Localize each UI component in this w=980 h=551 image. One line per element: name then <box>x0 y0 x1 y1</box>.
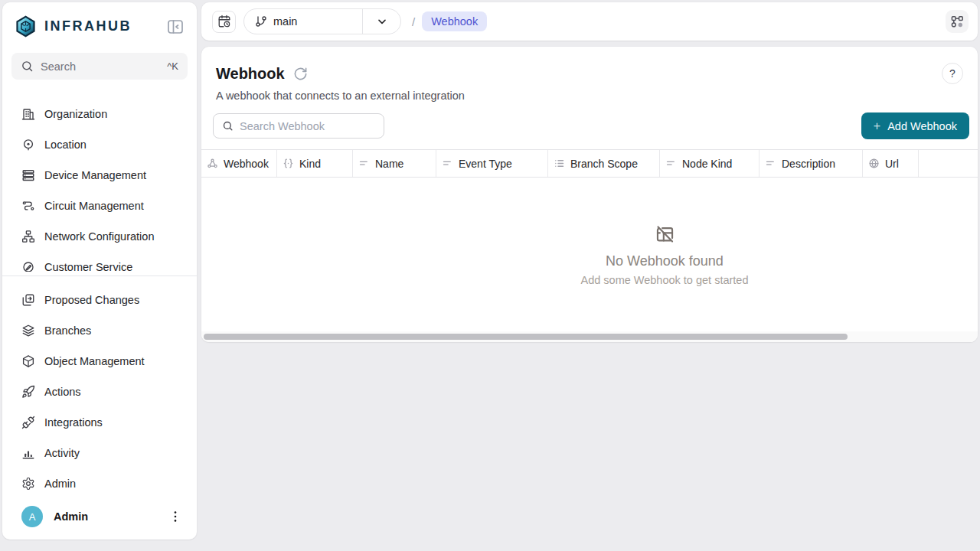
column-header-node-kind[interactable]: Node Kind <box>660 150 760 177</box>
page-header: Webhook ? A webhook that connects to an … <box>201 47 978 102</box>
sidebar-item-label: Device Management <box>44 169 146 181</box>
time-travel-button[interactable] <box>212 11 236 33</box>
text-icon <box>442 158 453 169</box>
sidebar: INFRAHUB ^K OrganizationLocationDevice M… <box>2 2 197 540</box>
column-header-label: Event Type <box>459 158 512 170</box>
global-search[interactable]: ^K <box>11 53 188 80</box>
column-header-kind[interactable]: Kind <box>277 150 353 177</box>
diff-icon <box>21 293 35 307</box>
empty-state: No Webhook found Add some Webhook to get… <box>201 223 978 285</box>
braces-icon <box>283 158 294 169</box>
column-header-event-type[interactable]: Event Type <box>436 150 548 177</box>
sidebar-item-activity[interactable]: Activity <box>2 438 197 468</box>
infrahub-logo-icon <box>14 15 38 38</box>
scrollbar-thumb[interactable] <box>204 334 848 340</box>
sidebar-item-label: Integrations <box>44 416 103 429</box>
sidebar-nav-secondary: Proposed ChangesBranchesObject Managemen… <box>2 276 197 497</box>
layers-icon <box>21 324 35 337</box>
search-shortcut: ^K <box>167 60 178 72</box>
server-icon <box>21 168 35 182</box>
user-menu[interactable]: A Admin <box>2 497 197 540</box>
globe-icon <box>868 158 880 169</box>
rocket-icon <box>21 385 35 399</box>
sidebar-item-integrations[interactable]: Integrations <box>2 407 197 438</box>
sidebar-item-label: Customer Service <box>44 261 132 272</box>
column-header-label: Kind <box>299 158 321 170</box>
table-viewport: WebhookKindNameEvent TypeBranch ScopeNod… <box>201 149 978 331</box>
search-input[interactable] <box>41 60 160 73</box>
table-header-row: WebhookKindNameEvent TypeBranch ScopeNod… <box>201 149 978 178</box>
help-button[interactable]: ? <box>942 63 963 84</box>
text-icon <box>665 158 677 169</box>
sidebar-item-location[interactable]: Location <box>2 129 197 160</box>
breadcrumb-separator: / <box>412 15 415 28</box>
chart-icon <box>21 446 35 460</box>
empty-state-title: No Webhook found <box>606 253 724 269</box>
content-panel: Webhook ? A webhook that connects to an … <box>201 47 978 342</box>
sidebar-item-label: Network Configuration <box>44 230 154 243</box>
sidebar-item-admin[interactable]: Admin <box>2 468 197 497</box>
sidebar-item-label: Activity <box>44 447 80 459</box>
location-icon <box>21 138 35 152</box>
app-title: INFRAHUB <box>44 18 166 34</box>
column-header-label: Branch Scope <box>570 158 638 170</box>
horizontal-scrollbar <box>201 331 978 342</box>
sidebar-item-network-configuration[interactable]: Network Configuration <box>2 221 197 252</box>
webhook-search[interactable] <box>213 113 384 139</box>
branch-dropdown-toggle[interactable] <box>363 15 400 28</box>
sidebar-item-circuit-management[interactable]: Circuit Management <box>2 191 197 221</box>
schema-visualizer-button[interactable] <box>946 10 969 33</box>
page-title: Webhook <box>216 65 285 83</box>
webhook-search-input[interactable] <box>240 120 375 132</box>
sidebar-item-actions[interactable]: Actions <box>2 377 197 407</box>
column-header-label: Webhook <box>224 158 269 170</box>
column-header-filler <box>919 150 978 177</box>
column-header-label: Description <box>782 158 835 170</box>
column-header-url[interactable]: Url <box>863 150 919 177</box>
column-header-label: Url <box>885 158 899 170</box>
branch-current[interactable]: main <box>244 15 362 28</box>
sidebar-item-device-management[interactable]: Device Management <box>2 160 197 191</box>
empty-state-subtitle: Add some Webhook to get started <box>581 273 749 285</box>
route-icon <box>21 199 35 213</box>
sidebar-item-label: Proposed Changes <box>44 294 139 306</box>
page-subtitle: A webhook that connects to an external i… <box>216 90 963 102</box>
search-icon <box>21 60 34 73</box>
sidebar-item-label: Circuit Management <box>44 200 144 212</box>
network-icon <box>21 230 35 243</box>
column-header-webhook[interactable]: Webhook <box>201 150 277 177</box>
table-off-icon <box>655 223 675 244</box>
table-body: No Webhook found Add some Webhook to get… <box>201 178 978 331</box>
plus-icon: + <box>874 119 880 133</box>
building-icon <box>21 107 35 121</box>
branch-selector[interactable]: main <box>243 8 401 34</box>
customer-service-icon <box>21 260 35 272</box>
sidebar-item-branches[interactable]: Branches <box>2 315 197 346</box>
column-header-name[interactable]: Name <box>353 150 436 177</box>
sidebar-item-label: Branches <box>44 324 91 337</box>
topbar: main / Webhook <box>201 2 978 41</box>
column-header-label: Name <box>375 158 403 170</box>
column-header-description[interactable]: Description <box>760 150 863 177</box>
sidebar-item-object-management[interactable]: Object Management <box>2 346 197 377</box>
sidebar-item-label: Object Management <box>44 355 145 367</box>
chevron-down-icon <box>376 15 388 28</box>
sidebar-item-label: Admin <box>44 478 76 490</box>
user-name: Admin <box>54 510 157 523</box>
sidebar-item-customer-service[interactable]: Customer Service <box>2 252 197 272</box>
breadcrumb-webhook[interactable]: Webhook <box>422 11 487 31</box>
add-webhook-button[interactable]: + Add Webhook <box>861 112 969 139</box>
collapse-sidebar-icon[interactable] <box>166 18 185 36</box>
refresh-icon[interactable] <box>293 67 308 81</box>
sidebar-item-label: Organization <box>44 108 107 120</box>
kebab-menu-icon[interactable] <box>168 509 183 524</box>
text-icon <box>358 158 370 169</box>
sidebar-item-organization[interactable]: Organization <box>2 99 197 129</box>
sidebar-header: INFRAHUB <box>2 2 197 41</box>
plug-icon <box>21 416 35 429</box>
sidebar-item-proposed-changes[interactable]: Proposed Changes <box>2 285 197 315</box>
sidebar-item-label: Location <box>44 139 87 151</box>
branch-name: main <box>273 15 297 28</box>
calendar-clock-icon <box>217 15 231 28</box>
column-header-branch-scope[interactable]: Branch Scope <box>548 150 660 177</box>
